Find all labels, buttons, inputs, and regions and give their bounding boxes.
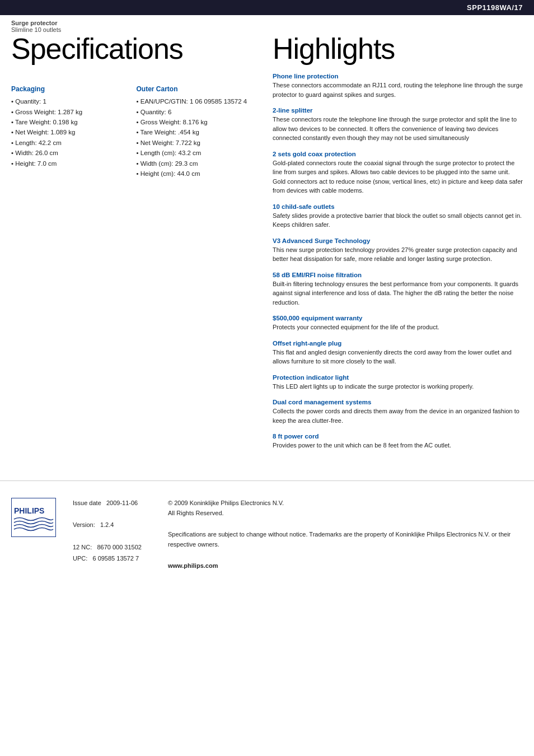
list-item: Width: 26.0 cm [11,148,125,158]
product-category: Surge protector [11,20,523,26]
packaging-heading: Packaging [11,85,125,93]
list-item: Tare Weight: 0.198 kg [11,117,125,127]
highlight-item: Dual cord management systemsCollects the… [273,399,523,425]
highlight-item: 8 ft power cordProvides power to the uni… [273,433,523,450]
footer-meta: Issue date 2009-11-06 Version: 1.2.4 12 … [73,498,523,571]
highlight-heading: Offset right-angle plug [273,340,523,347]
highlight-heading: 10 child-safe outlets [273,203,523,210]
highlight-heading: 2 sets gold coax protection [273,151,523,157]
nc-label: 12 NC: [73,544,92,550]
disclaimer-text: Specifications are subject to change wit… [168,529,523,550]
list-item: Width (cm): 29.3 cm [137,158,251,169]
highlight-item: Offset right-angle plugThis flat and ang… [273,340,523,366]
philips-logo: PHILIPS [11,498,56,539]
highlight-text: These connectors route the telephone lin… [273,115,523,143]
highlight-text: Protects your connected equipment for th… [273,323,523,332]
list-item: Height (cm): 44.0 cm [137,169,251,179]
list-item: Net Weight: 1.089 kg [11,127,125,137]
highlight-heading: 8 ft power cord [273,433,523,440]
specifications-column: Specifications Packaging Quantity: 1Gros… [11,33,267,458]
upc-value: 6 09585 13572 7 [92,555,139,562]
outer-carton-list: EAN/UPC/GTIN: 1 06 09585 13572 4Quantity… [137,96,251,179]
highlight-text: Built-in filtering technology ensures th… [273,279,523,307]
highlight-text: This LED alert lights up to indicate the… [273,382,523,391]
highlight-item: 2 sets gold coax protectionGold-plated c… [273,151,523,195]
highlight-heading: V3 Advanced Surge Technology [273,237,523,244]
version-label: Version: [73,521,95,528]
footer-left: Issue date 2009-11-06 Version: 1.2.4 12 … [73,498,151,571]
highlight-text: Provides power to the unit which can be … [273,441,523,450]
list-item: Gross Weight: 8.176 kg [137,117,251,127]
highlight-text: Collects the power cords and directs the… [273,407,523,425]
outer-carton-heading: Outer Carton [137,85,251,93]
upc-label: UPC: [73,555,87,562]
outer-carton-section: Outer Carton EAN/UPC/GTIN: 1 06 09585 13… [137,76,251,179]
highlight-heading: Dual cord management systems [273,399,523,405]
rights-text: All Rights Reserved. [168,510,224,516]
footer: PHILIPS Issue date 2009-11-06 Version: 1… [0,480,534,582]
specifications-title: Specifications [11,33,250,65]
highlight-text: This new surge protection technology pro… [273,245,523,264]
highlight-text: This flat and angled design conveniently… [273,348,523,366]
highlight-heading: 2-line splitter [273,107,523,114]
list-item: Net Weight: 7.722 kg [137,138,251,148]
highlight-text: Gold-plated connectors route the coaxial… [273,158,523,195]
main-content: Specifications Packaging Quantity: 1Gros… [0,33,534,458]
highlight-item: V3 Advanced Surge TechnologyThis new sur… [273,237,523,264]
highlight-heading: 58 dB EMI/RFI noise filtration [273,272,523,278]
highlight-heading: Protection indicator light [273,374,523,381]
issue-date-label: Issue date [73,500,101,506]
list-item: Tare Weight: .454 kg [137,127,251,137]
version-value: 1.2.4 [100,521,114,528]
highlights-list: Phone line protectionThese connectors ac… [273,73,523,450]
highlight-item: $500,000 equipment warrantyProtects your… [273,315,523,332]
issue-date-value: 2009-11-06 [106,500,138,506]
list-item: Length (cm): 43.2 cm [137,148,251,158]
list-item: EAN/UPC/GTIN: 1 06 09585 13572 4 [137,96,251,106]
list-item: Gross Weight: 1.287 kg [11,107,125,117]
highlight-text: Safety slides provide a protective barri… [273,211,523,230]
highlight-item: 2-line splitterThese connectors route th… [273,107,523,143]
list-item: Quantity: 1 [11,96,125,106]
specs-columns: Packaging Quantity: 1Gross Weight: 1.287… [11,76,250,179]
website-link[interactable]: www.philips.com [168,561,523,571]
highlight-heading: Phone line protection [273,73,523,80]
footer-right: © 2009 Koninklijke Philips Electronics N… [168,498,523,571]
model-number: SPP1198WA/17 [467,3,523,12]
list-item: Height: 7.0 cm [11,158,125,169]
packaging-list: Quantity: 1Gross Weight: 1.287 kgTare We… [11,96,125,169]
highlight-text: These connectors accommodate an RJ11 cor… [273,81,523,99]
highlight-heading: $500,000 equipment warranty [273,315,523,321]
svg-text:PHILIPS: PHILIPS [14,506,44,515]
list-item: Quantity: 6 [137,107,251,117]
model-number-bar: SPP1198WA/17 [0,0,534,15]
list-item: Length: 42.2 cm [11,138,125,148]
nc-value: 8670 000 31502 [97,544,142,550]
highlight-item: 10 child-safe outletsSafety slides provi… [273,203,523,230]
copyright-text: © 2009 Koninklijke Philips Electronics N… [168,500,284,506]
highlight-item: Phone line protectionThese connectors ac… [273,73,523,99]
highlight-item: Protection indicator lightThis LED alert… [273,374,523,391]
highlight-item: 58 dB EMI/RFI noise filtrationBuilt-in f… [273,272,523,307]
highlights-column: Highlights Phone line protectionThese co… [267,33,523,458]
packaging-section: Packaging Quantity: 1Gross Weight: 1.287… [11,76,125,179]
highlights-title: Highlights [273,33,523,65]
product-label: Surge protector Slimline 10 outlets [0,15,534,33]
